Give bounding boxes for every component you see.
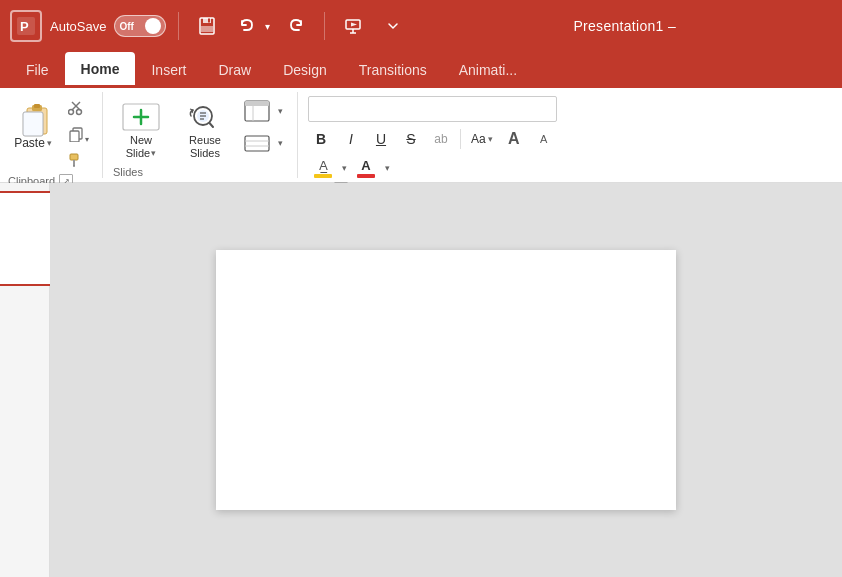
dropdown-icon [386,19,400,33]
slides-label-row: Slides [113,166,287,178]
cut-button[interactable] [62,96,90,120]
svg-point-18 [77,110,82,115]
tab-transitions[interactable]: Transitions [343,52,443,88]
svg-rect-21 [70,154,78,160]
svg-text:P: P [20,19,29,34]
underline-button[interactable]: U [368,126,394,152]
ribbon-body: Paste ▾ [0,88,842,183]
svg-line-32 [210,123,214,127]
tab-insert[interactable]: Insert [135,52,202,88]
svg-rect-4 [201,26,213,32]
svg-rect-36 [245,136,269,151]
save-icon [198,17,216,35]
tab-home[interactable]: Home [65,52,136,88]
title-bar: P AutoSave Off ▾ [0,0,842,52]
svg-point-17 [69,110,74,115]
svg-marker-9 [351,23,357,27]
format-painter-button[interactable] [62,148,90,172]
section-icon [244,132,270,154]
fmt-sep-1 [460,129,461,149]
toggle-knob [145,18,161,34]
logo-icon: P [15,15,37,37]
new-slide-caret: ▾ [151,148,156,159]
svg-rect-5 [208,19,210,23]
undo-button[interactable] [231,10,263,42]
reuse-slides-container: Reuse Slides [177,96,233,164]
tab-animations[interactable]: Animati... [443,52,533,88]
customize-quick-access-button[interactable] [377,10,409,42]
undo-area: ▾ [231,10,272,42]
new-slide-label: New [130,134,152,147]
reuse-slides-label2: Slides [190,147,220,160]
highlight-caret[interactable]: ▾ [342,163,347,173]
new-slide-button[interactable]: New Slide ▾ [113,96,169,164]
slides-group: New Slide ▾ [103,92,298,178]
font-group: B I U S ab Aa ▾ A A A̲ ▾ [298,92,567,178]
new-slide-icon [119,100,163,134]
clipboard-group: Paste ▾ [0,92,103,178]
font-content: B I U S ab Aa ▾ A A A̲ ▾ [308,96,557,180]
grow-font-button[interactable]: A [501,126,527,152]
layout-selector: ▾ [241,96,287,126]
layout-buttons: ▾ ▾ [241,96,287,158]
font-color-row: A̲ ▾ A ▾ [308,156,557,180]
new-slide-svg [119,100,163,134]
ribbon-tabs: File Home Insert Draw Design Transitions… [0,52,842,88]
reuse-slides-label: Reuse [189,134,221,147]
section-button-row: ▾ [241,128,287,158]
main-slide[interactable] [216,250,676,510]
font-size-caret: ▾ [488,134,493,144]
tab-design[interactable]: Design [267,52,343,88]
undo-dropdown[interactable]: ▾ [263,17,272,36]
section-button[interactable] [241,128,273,158]
presentation-icon [344,17,362,35]
svg-rect-34 [245,101,269,106]
save-button[interactable] [191,10,223,42]
bold-button[interactable]: B [308,126,334,152]
layout-button[interactable] [241,96,273,126]
slides-label: Slides [113,166,143,178]
paste-icon [15,100,51,136]
presentation-title: Presentation1 – [417,18,832,34]
copy-icon [68,126,84,142]
italic-button[interactable]: I [338,126,364,152]
clipboard-small-buttons: ▾ [62,96,90,172]
svg-rect-14 [23,112,43,136]
powerpoint-logo: P [10,10,42,42]
presentation-mode-button[interactable] [337,10,369,42]
paste-button[interactable]: Paste ▾ [8,96,58,154]
shrink-font-button[interactable]: A [531,126,557,152]
separator-1 [178,12,179,40]
copy-caret: ▾ [85,135,89,144]
autosave-toggle[interactable]: Off [114,15,166,37]
svg-rect-12 [34,104,40,108]
font-color-button[interactable]: A [351,156,381,180]
slide-panel: 1 [0,183,50,577]
highlight-icon: A̲ [319,158,328,173]
font-color-caret[interactable]: ▾ [385,163,390,173]
copy-button[interactable]: ▾ [62,122,90,146]
font-color-icon: A [361,158,370,173]
redo-button[interactable] [280,10,312,42]
reuse-slides-icon [183,100,227,134]
highlight-color-button[interactable]: A̲ [308,156,338,180]
new-slide-container: New Slide ▾ [113,96,169,164]
autosave-label: AutoSave [50,19,106,34]
content-area: 1 [0,183,842,577]
font-search-input[interactable] [308,96,557,122]
section-caret[interactable]: ▾ [273,128,287,158]
shadow-button[interactable]: ab [428,126,454,152]
layout-caret[interactable]: ▾ [273,96,287,126]
slides-content: New Slide ▾ [113,96,287,164]
toggle-label: Off [119,21,133,32]
main-slide-area [50,183,842,577]
redo-icon [287,17,305,35]
separator-2 [324,12,325,40]
strikethrough-button[interactable]: S [398,126,424,152]
svg-rect-20 [70,131,79,142]
tab-file[interactable]: File [10,52,65,88]
font-size-dropdown[interactable]: Aa ▾ [467,130,497,148]
reuse-slides-button[interactable]: Reuse Slides [177,96,233,164]
font-color-indicator [357,174,375,178]
tab-draw[interactable]: Draw [202,52,267,88]
